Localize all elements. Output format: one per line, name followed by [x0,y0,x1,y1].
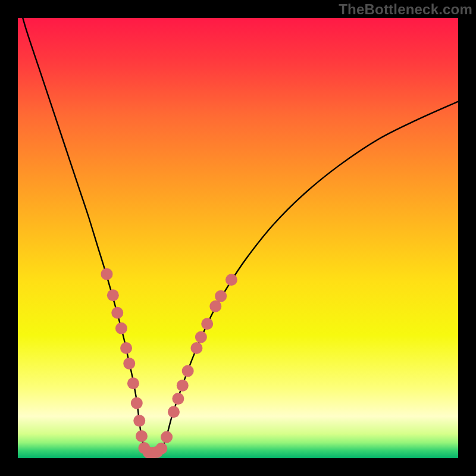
data-dot [127,377,139,389]
plot-area [18,18,458,458]
chart-frame: TheBottleneck.com [0,0,476,476]
data-dot [120,342,132,354]
data-dot [195,331,207,343]
data-dot [190,342,202,354]
chart-svg [18,18,458,458]
data-dot [155,443,167,455]
data-dot [182,365,194,377]
data-dot [172,393,184,405]
data-dot [168,406,180,418]
gradient-background [18,18,458,458]
data-dot [177,380,189,392]
data-dot [215,290,227,302]
data-dot [136,430,148,442]
data-dot [123,358,135,369]
data-dot [107,289,119,301]
data-dot [201,318,213,330]
data-dot [209,300,221,312]
data-dot [111,307,123,319]
data-dot [115,322,127,334]
data-dot [161,431,173,443]
watermark-text: TheBottleneck.com [339,1,472,18]
data-dot [131,397,143,409]
data-dot [133,415,145,427]
data-dot [226,274,237,286]
data-dot [101,268,112,280]
